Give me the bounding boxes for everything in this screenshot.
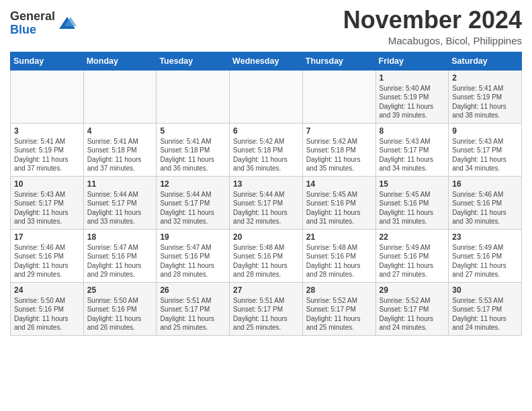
day-info: Sunrise: 5:47 AMSunset: 5:16 PMDaylight:… [87,243,153,279]
day-info: Sunrise: 5:52 AMSunset: 5:17 PMDaylight:… [306,296,372,332]
day-info: Sunrise: 5:52 AMSunset: 5:17 PMDaylight:… [380,296,445,332]
calendar-body: 1Sunrise: 5:40 AMSunset: 5:19 PMDaylight… [11,70,522,335]
day-number: 8 [380,126,445,136]
calendar: SundayMondayTuesdayWednesdayThursdayFrid… [10,52,522,336]
day-info: Sunrise: 5:50 AMSunset: 5:16 PMDaylight:… [87,296,153,332]
day-number: 9 [452,126,518,136]
calendar-cell [230,70,303,123]
day-number: 30 [452,285,518,295]
calendar-cell [157,70,230,123]
calendar-week-1: 3Sunrise: 5:41 AMSunset: 5:19 PMDaylight… [11,123,522,176]
calendar-cell [302,70,375,123]
day-info: Sunrise: 5:41 AMSunset: 5:18 PMDaylight:… [87,137,153,173]
logo: General Blue [10,10,77,37]
day-number: 7 [306,126,372,136]
day-number: 14 [306,179,372,189]
day-number: 18 [87,232,153,242]
day-number: 12 [160,179,226,189]
day-number: 1 [380,73,445,83]
weekday-header-sunday: Sunday [11,52,84,70]
calendar-cell: 6Sunrise: 5:42 AMSunset: 5:18 PMDaylight… [230,123,303,176]
calendar-cell: 26Sunrise: 5:51 AMSunset: 5:17 PMDayligh… [157,282,230,335]
page: General Blue November 2024 Macabugos, Bi… [0,0,532,346]
day-info: Sunrise: 5:44 AMSunset: 5:17 PMDaylight:… [160,190,226,226]
day-info: Sunrise: 5:46 AMSunset: 5:16 PMDaylight:… [452,190,518,226]
calendar-cell: 15Sunrise: 5:45 AMSunset: 5:16 PMDayligh… [375,176,449,229]
day-number: 3 [14,126,80,136]
day-number: 24 [14,285,80,295]
day-number: 29 [380,285,445,295]
day-info: Sunrise: 5:44 AMSunset: 5:17 PMDaylight:… [87,190,153,226]
day-number: 26 [160,285,226,295]
day-info: Sunrise: 5:42 AMSunset: 5:18 PMDaylight:… [233,137,299,173]
calendar-week-4: 24Sunrise: 5:50 AMSunset: 5:16 PMDayligh… [11,282,522,335]
calendar-week-2: 10Sunrise: 5:43 AMSunset: 5:17 PMDayligh… [11,176,522,229]
logo-icon [58,14,77,33]
logo-blue: Blue [10,24,55,37]
calendar-header: SundayMondayTuesdayWednesdayThursdayFrid… [11,52,522,70]
calendar-cell: 10Sunrise: 5:43 AMSunset: 5:17 PMDayligh… [11,176,84,229]
month-title: November 2024 [343,7,522,34]
day-number: 19 [160,232,226,242]
day-info: Sunrise: 5:42 AMSunset: 5:18 PMDaylight:… [306,137,372,173]
day-info: Sunrise: 5:53 AMSunset: 5:17 PMDaylight:… [452,296,518,332]
day-number: 5 [160,126,226,136]
day-number: 21 [306,232,372,242]
calendar-cell: 2Sunrise: 5:41 AMSunset: 5:19 PMDaylight… [449,70,522,123]
day-info: Sunrise: 5:41 AMSunset: 5:19 PMDaylight:… [14,137,80,173]
day-info: Sunrise: 5:49 AMSunset: 5:16 PMDaylight:… [380,243,445,279]
calendar-week-3: 17Sunrise: 5:46 AMSunset: 5:16 PMDayligh… [11,229,522,282]
day-number: 20 [233,232,299,242]
day-info: Sunrise: 5:51 AMSunset: 5:17 PMDaylight:… [233,296,299,332]
day-number: 17 [14,232,80,242]
day-info: Sunrise: 5:43 AMSunset: 5:17 PMDaylight:… [452,137,518,173]
day-number: 25 [87,285,153,295]
day-info: Sunrise: 5:43 AMSunset: 5:17 PMDaylight:… [14,190,80,226]
calendar-cell: 1Sunrise: 5:40 AMSunset: 5:19 PMDaylight… [375,70,449,123]
calendar-week-0: 1Sunrise: 5:40 AMSunset: 5:19 PMDaylight… [11,70,522,123]
day-number: 27 [233,285,299,295]
calendar-cell: 23Sunrise: 5:49 AMSunset: 5:16 PMDayligh… [449,229,522,282]
calendar-cell: 20Sunrise: 5:48 AMSunset: 5:16 PMDayligh… [230,229,303,282]
weekday-header-wednesday: Wednesday [230,52,303,70]
calendar-cell: 18Sunrise: 5:47 AMSunset: 5:16 PMDayligh… [83,229,157,282]
weekday-header-thursday: Thursday [302,52,375,70]
weekday-header-monday: Monday [83,52,157,70]
day-info: Sunrise: 5:47 AMSunset: 5:16 PMDaylight:… [160,243,226,279]
day-info: Sunrise: 5:41 AMSunset: 5:18 PMDaylight:… [160,137,226,173]
calendar-cell: 7Sunrise: 5:42 AMSunset: 5:18 PMDaylight… [302,123,375,176]
location: Macabugos, Bicol, Philippines [343,35,522,46]
day-info: Sunrise: 5:51 AMSunset: 5:17 PMDaylight:… [160,296,226,332]
day-number: 22 [380,232,445,242]
calendar-cell: 9Sunrise: 5:43 AMSunset: 5:17 PMDaylight… [449,123,522,176]
calendar-cell: 3Sunrise: 5:41 AMSunset: 5:19 PMDaylight… [11,123,84,176]
calendar-cell [83,70,157,123]
day-number: 6 [233,126,299,136]
calendar-cell: 16Sunrise: 5:46 AMSunset: 5:16 PMDayligh… [449,176,522,229]
calendar-cell: 27Sunrise: 5:51 AMSunset: 5:17 PMDayligh… [230,282,303,335]
day-number: 23 [452,232,518,242]
weekday-header-tuesday: Tuesday [157,52,230,70]
day-number: 10 [14,179,80,189]
logo-text: General Blue [10,10,55,37]
weekday-header-saturday: Saturday [449,52,522,70]
calendar-cell: 28Sunrise: 5:52 AMSunset: 5:17 PMDayligh… [302,282,375,335]
day-info: Sunrise: 5:41 AMSunset: 5:19 PMDaylight:… [452,84,518,120]
day-number: 28 [306,285,372,295]
day-info: Sunrise: 5:40 AMSunset: 5:19 PMDaylight:… [380,84,445,120]
day-number: 4 [87,126,153,136]
day-info: Sunrise: 5:48 AMSunset: 5:16 PMDaylight:… [306,243,372,279]
header: General Blue November 2024 Macabugos, Bi… [10,7,522,46]
day-number: 13 [233,179,299,189]
day-number: 16 [452,179,518,189]
calendar-cell: 12Sunrise: 5:44 AMSunset: 5:17 PMDayligh… [157,176,230,229]
day-number: 11 [87,179,153,189]
calendar-cell: 30Sunrise: 5:53 AMSunset: 5:17 PMDayligh… [449,282,522,335]
day-info: Sunrise: 5:44 AMSunset: 5:17 PMDaylight:… [233,190,299,226]
logo-general: General [10,10,55,24]
calendar-cell: 29Sunrise: 5:52 AMSunset: 5:17 PMDayligh… [375,282,449,335]
calendar-cell: 22Sunrise: 5:49 AMSunset: 5:16 PMDayligh… [375,229,449,282]
calendar-cell: 8Sunrise: 5:43 AMSunset: 5:17 PMDaylight… [375,123,449,176]
calendar-cell: 4Sunrise: 5:41 AMSunset: 5:18 PMDaylight… [83,123,157,176]
day-info: Sunrise: 5:49 AMSunset: 5:16 PMDaylight:… [452,243,518,279]
